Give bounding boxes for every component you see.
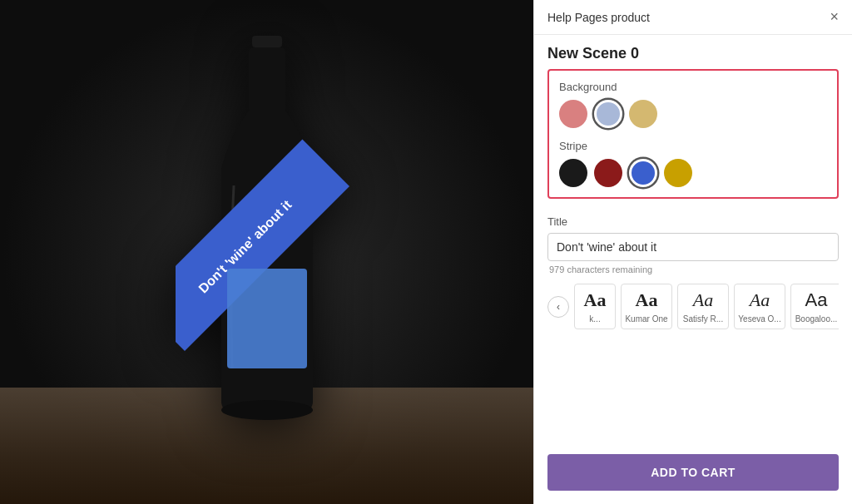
svg-rect-0: [252, 36, 282, 47]
font-option-1[interactable]: Aa Kumar One: [621, 284, 672, 329]
font-name-3: Yeseva O...: [738, 314, 780, 324]
stripe-swatch-1[interactable]: [559, 159, 587, 187]
stripe-swatch-3[interactable]: [629, 159, 657, 187]
font-preview-0: Aa: [584, 289, 607, 311]
font-preview-2: Aa: [693, 289, 713, 311]
bg-swatch-2[interactable]: [594, 100, 622, 128]
font-option-0[interactable]: Aa k...: [574, 284, 616, 329]
svg-point-5: [221, 400, 313, 420]
wine-bottle: Don't 'wine' about it: [176, 19, 359, 485]
font-option-3[interactable]: Aa Yeseva O...: [734, 284, 785, 329]
font-name-0: k...: [589, 314, 600, 324]
bg-swatch-1[interactable]: [559, 100, 587, 128]
font-name-1: Kumar One: [625, 314, 667, 324]
stripe-swatches: [559, 159, 827, 187]
font-prev-button[interactable]: ‹: [547, 296, 569, 318]
background-swatches: [559, 100, 827, 128]
background-label: Background: [559, 81, 827, 93]
bottle-container: Don't 'wine' about it: [0, 0, 533, 504]
font-preview-3: Aa: [750, 289, 770, 311]
product-area: Don't 'wine' about it: [0, 0, 533, 504]
close-icon[interactable]: ×: [830, 8, 839, 26]
title-section: Title 979 characters remaining: [534, 209, 852, 274]
char-count: 979 characters remaining: [547, 264, 839, 274]
stripe-label: Stripe: [559, 140, 827, 152]
font-name-2: Satisfy R...: [683, 314, 723, 324]
stripe-swatch-2[interactable]: [594, 159, 622, 187]
font-preview-4: Aa: [805, 289, 828, 311]
font-name-4: Boogaloo...: [795, 314, 838, 324]
color-selection-section: Background Stripe: [547, 69, 839, 199]
scene-name: New Scene 0: [534, 35, 852, 69]
add-to-cart-section: ADD TO CART: [534, 441, 852, 504]
title-input[interactable]: [547, 233, 839, 261]
font-carousel: ‹ Aa k... Aa Kumar One Aa Satisfy R... A…: [547, 283, 839, 330]
panel-title: Help Pages product: [547, 11, 650, 24]
font-preview-1: Aa: [636, 289, 658, 311]
svg-rect-1: [249, 47, 285, 114]
font-option-2[interactable]: Aa Satisfy R...: [677, 284, 729, 329]
config-panel: Help Pages product × New Scene 0 Backgro…: [533, 0, 852, 504]
title-label: Title: [547, 215, 839, 228]
font-section: ‹ Aa k... Aa Kumar One Aa Satisfy R... A…: [534, 274, 852, 441]
panel-header: Help Pages product ×: [534, 0, 852, 35]
font-option-4[interactable]: Aa Boogaloo...: [790, 284, 839, 329]
stripe-swatch-4[interactable]: [664, 159, 692, 187]
add-to-cart-button[interactable]: ADD TO CART: [547, 454, 839, 491]
bg-swatch-3[interactable]: [629, 100, 657, 128]
svg-rect-4: [227, 269, 307, 368]
